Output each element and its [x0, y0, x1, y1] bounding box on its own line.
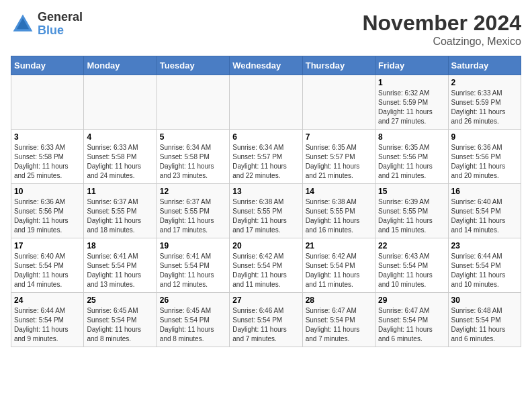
- calendar-cell: 3Sunrise: 6:33 AM Sunset: 5:58 PM Daylig…: [11, 130, 84, 184]
- day-number: 24: [14, 295, 81, 305]
- day-number: 14: [306, 187, 372, 196]
- calendar-cell: 12Sunrise: 6:37 AM Sunset: 5:55 PM Dayli…: [157, 184, 229, 238]
- day-detail: Sunrise: 6:33 AM Sunset: 5:58 PM Dayligh…: [14, 143, 81, 181]
- day-detail: Sunrise: 6:41 AM Sunset: 5:54 PM Dayligh…: [160, 252, 226, 289]
- day-detail: Sunrise: 6:48 AM Sunset: 5:54 PM Dayligh…: [451, 306, 518, 344]
- calendar-cell: 26Sunrise: 6:45 AM Sunset: 5:54 PM Dayli…: [157, 293, 229, 347]
- calendar-cell: 4Sunrise: 6:33 AM Sunset: 5:58 PM Daylig…: [84, 130, 157, 184]
- day-number: 28: [306, 295, 372, 305]
- day-number: 12: [160, 187, 226, 196]
- calendar-cell: 23Sunrise: 6:44 AM Sunset: 5:54 PM Dayli…: [448, 238, 521, 293]
- day-detail: Sunrise: 6:34 AM Sunset: 5:57 PM Dayligh…: [232, 143, 299, 181]
- day-number: 15: [378, 187, 445, 196]
- day-number: 26: [160, 295, 226, 305]
- calendar-cell: 16Sunrise: 6:40 AM Sunset: 5:54 PM Dayli…: [448, 184, 521, 238]
- header-day-monday: Monday: [84, 56, 157, 75]
- day-number: 6: [232, 132, 299, 142]
- page-subtitle: Coatzingo, Mexico: [362, 36, 521, 48]
- day-detail: Sunrise: 6:38 AM Sunset: 5:55 PM Dayligh…: [306, 197, 372, 235]
- calendar-cell: 25Sunrise: 6:45 AM Sunset: 5:54 PM Dayli…: [84, 293, 157, 347]
- day-number: 10: [14, 187, 81, 196]
- header-day-sunday: Sunday: [11, 56, 84, 75]
- calendar-cell: 15Sunrise: 6:39 AM Sunset: 5:55 PM Dayli…: [375, 184, 448, 238]
- day-number: 7: [306, 132, 372, 142]
- day-detail: Sunrise: 6:44 AM Sunset: 5:54 PM Dayligh…: [14, 306, 81, 344]
- header-day-wednesday: Wednesday: [230, 56, 302, 75]
- day-detail: Sunrise: 6:35 AM Sunset: 5:57 PM Dayligh…: [306, 143, 372, 181]
- logo: General Blue: [11, 11, 83, 38]
- calendar-cell: 28Sunrise: 6:47 AM Sunset: 5:54 PM Dayli…: [302, 293, 375, 347]
- day-detail: Sunrise: 6:42 AM Sunset: 5:54 PM Dayligh…: [232, 252, 299, 289]
- calendar-cell: 9Sunrise: 6:36 AM Sunset: 5:56 PM Daylig…: [448, 130, 521, 184]
- calendar-cell: 11Sunrise: 6:37 AM Sunset: 5:55 PM Dayli…: [84, 184, 157, 238]
- day-number: 5: [160, 132, 226, 142]
- day-number: 13: [232, 187, 299, 196]
- calendar-cell: 30Sunrise: 6:48 AM Sunset: 5:54 PM Dayli…: [448, 293, 521, 347]
- day-detail: Sunrise: 6:33 AM Sunset: 5:59 PM Dayligh…: [451, 89, 518, 126]
- day-detail: Sunrise: 6:33 AM Sunset: 5:58 PM Dayligh…: [87, 143, 153, 181]
- day-number: 30: [451, 295, 518, 305]
- day-detail: Sunrise: 6:42 AM Sunset: 5:54 PM Dayligh…: [306, 252, 372, 289]
- day-detail: Sunrise: 6:39 AM Sunset: 5:55 PM Dayligh…: [378, 197, 445, 235]
- header-day-friday: Friday: [375, 56, 448, 75]
- day-detail: Sunrise: 6:47 AM Sunset: 5:54 PM Dayligh…: [306, 306, 372, 344]
- calendar-cell: 10Sunrise: 6:36 AM Sunset: 5:56 PM Dayli…: [11, 184, 84, 238]
- day-number: 23: [451, 241, 518, 250]
- day-detail: Sunrise: 6:40 AM Sunset: 5:54 PM Dayligh…: [451, 197, 518, 235]
- day-detail: Sunrise: 6:34 AM Sunset: 5:58 PM Dayligh…: [160, 143, 226, 181]
- calendar-week-1: 3Sunrise: 6:33 AM Sunset: 5:58 PM Daylig…: [11, 130, 521, 184]
- calendar-cell: 19Sunrise: 6:41 AM Sunset: 5:54 PM Dayli…: [157, 238, 229, 293]
- day-detail: Sunrise: 6:47 AM Sunset: 5:54 PM Dayligh…: [378, 306, 445, 344]
- calendar-cell: 29Sunrise: 6:47 AM Sunset: 5:54 PM Dayli…: [375, 293, 448, 347]
- calendar-cell: 14Sunrise: 6:38 AM Sunset: 5:55 PM Dayli…: [302, 184, 375, 238]
- calendar-week-2: 10Sunrise: 6:36 AM Sunset: 5:56 PM Dayli…: [11, 184, 521, 238]
- day-number: 22: [378, 241, 445, 250]
- day-number: 18: [87, 241, 153, 250]
- calendar-cell: 17Sunrise: 6:40 AM Sunset: 5:54 PM Dayli…: [11, 238, 84, 293]
- day-detail: Sunrise: 6:44 AM Sunset: 5:54 PM Dayligh…: [451, 252, 518, 289]
- day-number: 17: [14, 241, 81, 250]
- day-number: 25: [87, 295, 153, 305]
- calendar-cell: [230, 75, 302, 130]
- calendar-cell: 20Sunrise: 6:42 AM Sunset: 5:54 PM Dayli…: [230, 238, 302, 293]
- day-number: 8: [378, 132, 445, 142]
- header-day-thursday: Thursday: [302, 56, 375, 75]
- calendar-cell: 1Sunrise: 6:32 AM Sunset: 5:59 PM Daylig…: [375, 75, 448, 130]
- header-day-tuesday: Tuesday: [157, 56, 229, 75]
- day-detail: Sunrise: 6:41 AM Sunset: 5:54 PM Dayligh…: [87, 252, 153, 289]
- day-number: 21: [306, 241, 372, 250]
- calendar-cell: [84, 75, 157, 130]
- calendar-header: SundayMondayTuesdayWednesdayThursdayFrid…: [11, 56, 521, 75]
- calendar-week-0: 1Sunrise: 6:32 AM Sunset: 5:59 PM Daylig…: [11, 75, 521, 130]
- day-number: 4: [87, 132, 153, 142]
- day-detail: Sunrise: 6:40 AM Sunset: 5:54 PM Dayligh…: [14, 252, 81, 289]
- day-detail: Sunrise: 6:46 AM Sunset: 5:54 PM Dayligh…: [232, 306, 299, 344]
- page-header: General Blue November 2024 Coatzingo, Me…: [11, 11, 521, 48]
- calendar-cell: [157, 75, 229, 130]
- calendar-cell: 18Sunrise: 6:41 AM Sunset: 5:54 PM Dayli…: [84, 238, 157, 293]
- day-number: 27: [232, 295, 299, 305]
- day-detail: Sunrise: 6:36 AM Sunset: 5:56 PM Dayligh…: [14, 197, 81, 235]
- day-number: 9: [451, 132, 518, 142]
- day-number: 2: [451, 78, 518, 87]
- calendar-cell: 22Sunrise: 6:43 AM Sunset: 5:54 PM Dayli…: [375, 238, 448, 293]
- day-number: 16: [451, 187, 518, 196]
- calendar-cell: 6Sunrise: 6:34 AM Sunset: 5:57 PM Daylig…: [230, 130, 302, 184]
- calendar-cell: 8Sunrise: 6:35 AM Sunset: 5:56 PM Daylig…: [375, 130, 448, 184]
- day-detail: Sunrise: 6:45 AM Sunset: 5:54 PM Dayligh…: [87, 306, 153, 344]
- day-detail: Sunrise: 6:36 AM Sunset: 5:56 PM Dayligh…: [451, 143, 518, 181]
- calendar-cell: 5Sunrise: 6:34 AM Sunset: 5:58 PM Daylig…: [157, 130, 229, 184]
- calendar-cell: 7Sunrise: 6:35 AM Sunset: 5:57 PM Daylig…: [302, 130, 375, 184]
- day-detail: Sunrise: 6:35 AM Sunset: 5:56 PM Dayligh…: [378, 143, 445, 181]
- header-day-saturday: Saturday: [448, 56, 521, 75]
- calendar-cell: [11, 75, 84, 130]
- day-number: 29: [378, 295, 445, 305]
- page-title: November 2024: [362, 11, 521, 36]
- day-detail: Sunrise: 6:37 AM Sunset: 5:55 PM Dayligh…: [87, 197, 153, 235]
- logo-general: General: [38, 11, 83, 24]
- calendar-cell: 2Sunrise: 6:33 AM Sunset: 5:59 PM Daylig…: [448, 75, 521, 130]
- logo-icon: [11, 12, 35, 36]
- calendar-cell: 21Sunrise: 6:42 AM Sunset: 5:54 PM Dayli…: [302, 238, 375, 293]
- header-row: SundayMondayTuesdayWednesdayThursdayFrid…: [11, 56, 521, 75]
- day-number: 11: [87, 187, 153, 196]
